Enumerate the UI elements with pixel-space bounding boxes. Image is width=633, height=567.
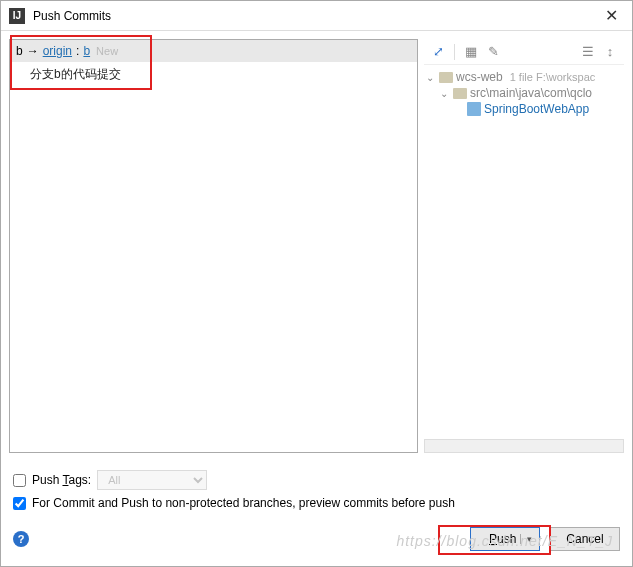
commit-message[interactable]: 分支b的代码提交 xyxy=(10,62,417,87)
chevron-down-icon[interactable]: ⌄ xyxy=(426,72,436,83)
chevron-down-icon[interactable]: ⌄ xyxy=(440,88,450,99)
push-tags-label: Push Tags: xyxy=(32,473,91,487)
push-tags-select: All xyxy=(97,470,207,490)
collapse-icon[interactable]: ☰ xyxy=(578,42,598,62)
commits-pane: b → origin : b New 分支b的代码提交 xyxy=(9,39,418,453)
options-area: Push Tags: All For Commit and Push to no… xyxy=(1,461,632,519)
app-icon: IJ xyxy=(9,8,25,24)
dialog-title: Push Commits xyxy=(33,9,599,23)
preview-row: For Commit and Push to non-protected bra… xyxy=(13,493,620,513)
remote-branch-link[interactable]: b xyxy=(83,44,90,58)
folder-name: src\main\java\com\qclo xyxy=(470,86,592,100)
preview-checkbox[interactable] xyxy=(13,497,26,510)
tree-file[interactable]: SpringBootWebApp xyxy=(426,101,622,117)
titlebar: IJ Push Commits ✕ xyxy=(1,1,632,31)
branch-header[interactable]: b → origin : b New xyxy=(10,40,417,62)
files-pane: ⤢ ▦ ✎ ☰ ↕ ⌄ wcs-web 1 file F:\workspac ⌄… xyxy=(424,39,624,453)
push-button[interactable]: Push ▾ xyxy=(470,527,540,551)
file-name: SpringBootWebApp xyxy=(484,102,589,116)
local-branch: b xyxy=(16,44,23,58)
button-row: ? Push ▾ Cancel xyxy=(1,519,632,561)
edit-icon[interactable]: ✎ xyxy=(483,42,503,62)
push-dropdown-icon[interactable]: ▾ xyxy=(520,534,532,544)
grid-icon[interactable]: ▦ xyxy=(461,42,481,62)
preview-label: For Commit and Push to non-protected bra… xyxy=(32,496,455,510)
tree-folder[interactable]: ⌄ src\main\java\com\qclo xyxy=(426,85,622,101)
java-file-icon xyxy=(467,102,481,116)
root-name: wcs-web xyxy=(456,70,503,84)
content-area: b → origin : b New 分支b的代码提交 ⤢ ▦ ✎ ☰ ↕ ⌄ … xyxy=(1,31,632,461)
tree-root[interactable]: ⌄ wcs-web 1 file F:\workspac xyxy=(426,69,622,85)
push-tags-row: Push Tags: All xyxy=(13,467,620,493)
arrow-icon: → xyxy=(27,44,39,58)
push-tags-checkbox[interactable] xyxy=(13,474,26,487)
separator xyxy=(454,44,455,60)
horizontal-scrollbar[interactable] xyxy=(424,439,624,453)
colon: : xyxy=(76,44,79,58)
help-icon[interactable]: ? xyxy=(13,531,29,547)
close-icon[interactable]: ✕ xyxy=(599,6,624,25)
file-tree[interactable]: ⌄ wcs-web 1 file F:\workspac ⌄ src\main\… xyxy=(424,65,624,439)
remote-link[interactable]: origin xyxy=(43,44,72,58)
new-badge: New xyxy=(96,45,118,57)
folder-icon xyxy=(439,72,453,83)
push-button-label: Push xyxy=(489,532,516,546)
files-toolbar: ⤢ ▦ ✎ ☰ ↕ xyxy=(424,39,624,65)
expand-icon[interactable]: ⤢ xyxy=(428,42,448,62)
root-info: 1 file F:\workspac xyxy=(510,71,596,83)
settings-icon[interactable]: ↕ xyxy=(600,42,620,62)
cancel-button[interactable]: Cancel xyxy=(550,527,620,551)
folder-icon xyxy=(453,88,467,99)
